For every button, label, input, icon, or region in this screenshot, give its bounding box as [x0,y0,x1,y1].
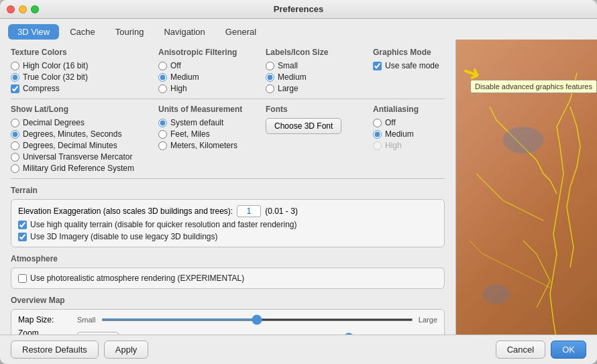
show-lat-long-section: Show Lat/Long Decimal Degrees Degrees, M… [11,105,158,173]
aniso-off-radio[interactable] [158,62,167,70]
atmosphere-checkbox[interactable]: Use photorealistic atmosphere rendering … [18,274,437,283]
content-area: Texture Colors High Color (16 bit) True … [0,40,597,335]
high-quality-terrain[interactable]: Use high quality terrain (disable for qu… [18,220,297,229]
label-medium[interactable]: Medium [266,72,373,82]
aniso-off[interactable]: Off [158,61,266,70]
safe-mode-checkbox[interactable] [373,62,382,70]
units-section: Units of Measurement System default Feet… [158,105,266,173]
units-label: Units of Measurement [158,105,266,114]
tab-navigation[interactable]: Navigation [154,24,214,40]
lat-long-options: Decimal Degrees Degrees, Minutes, Second… [11,118,158,173]
latlong-decimal-radio[interactable] [11,119,19,127]
terrain-section: Elevation Exaggeration (also scales 3D b… [11,199,445,247]
graphics-mode-section: Graphics Mode Use safe mode [373,48,456,93]
units-feet-radio[interactable] [158,130,167,139]
units-options: System default Feet, Miles Meters, Kilom… [158,118,266,150]
tab-3d-view[interactable]: 3D View [8,24,59,40]
map-size-row: Map Size: Small Large [18,315,437,324]
zoom-button[interactable] [31,5,39,13]
label-medium-radio[interactable] [266,73,274,82]
fonts-section: Fonts Choose 3D Font [266,105,373,173]
latlong-dms-radio[interactable] [11,130,19,139]
texture-true-color[interactable]: True Color (32 bit) [11,72,158,82]
latlong-dms[interactable]: Degrees, Minutes, Seconds [11,129,158,139]
map-panel: Disable advanced graphics features ➜ [456,40,597,335]
texture-true-color-radio[interactable] [11,73,19,82]
title-bar: Preferences [0,0,597,19]
labels-size-section: Labels/Icon Size Small Medium Large [266,48,373,93]
bottom-bar: Restore Defaults Apply Cancel OK [0,335,597,364]
atmosphere-input[interactable] [18,274,27,283]
tab-bar: 3D View Cache Touring Navigation General [0,19,597,40]
label-large[interactable]: Large [266,84,373,93]
svg-point-0 [503,127,543,154]
high-quality-terrain-checkbox[interactable] [18,221,27,229]
units-feet[interactable]: Feet, Miles [158,129,266,139]
latlong-utm[interactable]: Universal Transverse Mercator [11,152,158,162]
tab-general[interactable]: General [216,24,266,40]
zoom-relation-label: Zoom Relation: [18,328,72,335]
antialiasing-section: Antialiasing Off Medium High [373,105,456,173]
texture-high-color-radio[interactable] [11,62,19,70]
ok-button[interactable]: OK [551,341,586,359]
divider-1 [11,99,445,99]
top-grid: Texture Colors High Color (16 bit) True … [11,48,445,93]
overview-map-header: Overview Map [11,296,445,305]
aniso-medium-radio[interactable] [158,73,167,82]
latlong-ddm-radio[interactable] [11,141,19,150]
use-3d-imagery-checkbox[interactable] [18,233,27,241]
aa-medium[interactable]: Medium [373,129,456,139]
divider-2 [11,178,445,179]
tab-cache[interactable]: Cache [60,24,105,40]
tab-touring[interactable]: Touring [106,24,154,40]
aa-medium-radio[interactable] [373,130,382,139]
apply-button[interactable]: Apply [104,341,149,359]
latlong-ddm[interactable]: Degrees, Decimal Minutes [11,141,158,150]
units-system-radio[interactable] [158,119,167,127]
aniso-high-radio[interactable] [158,84,167,93]
anisotropic-section: Anisotropic Filtering Off Medium High [158,48,266,93]
latlong-decimal[interactable]: Decimal Degrees [11,118,158,127]
texture-high-color[interactable]: High Color (16 bit) [11,61,158,70]
fonts-content: Choose 3D Font [266,118,373,134]
latlong-utm-radio[interactable] [11,153,19,162]
texture-compress-checkbox[interactable] [11,84,19,93]
map-size-slider[interactable] [101,318,413,321]
graphics-mode-label: Graphics Mode [373,48,456,57]
safe-mode[interactable]: Use safe mode [373,61,456,70]
map-lines [456,40,597,335]
aa-high: High [373,141,456,150]
texture-colors-label: Texture Colors [11,48,158,57]
latlong-mgrs[interactable]: Military Grid Reference System [11,164,158,173]
close-button[interactable] [7,5,15,13]
texture-compress[interactable]: Compress [11,84,158,93]
label-small-radio[interactable] [266,62,274,70]
minimize-button[interactable] [19,5,27,13]
aa-off[interactable]: Off [373,118,456,127]
aniso-medium[interactable]: Medium [158,72,266,82]
graphics-mode-options: Use safe mode [373,61,456,70]
choose-font-button[interactable]: Choose 3D Font [266,118,341,134]
elevation-range: (0.01 - 3) [265,206,298,216]
units-meters-radio[interactable] [158,141,167,150]
large-label: Large [419,316,437,324]
units-meters[interactable]: Meters, Kilometers [158,141,266,150]
latlong-mgrs-radio[interactable] [11,164,19,173]
label-large-radio[interactable] [266,84,274,93]
second-grid: Show Lat/Long Decimal Degrees Degrees, M… [11,105,445,173]
use-3d-imagery[interactable]: Use 3D Imagery (disable to use legacy 3D… [18,232,217,241]
terrain-quality-row: Use high quality terrain (disable for qu… [18,220,437,229]
atmosphere-section: Use photorealistic atmosphere rendering … [11,267,445,289]
preferences-window: Preferences 3D View Cache Touring Naviga… [0,0,597,364]
antialiasing-options: Off Medium High [373,118,456,150]
svg-point-1 [483,284,510,304]
labels-size-label: Labels/Icon Size [266,48,373,57]
restore-defaults-button[interactable]: Restore Defaults [11,341,99,359]
elevation-input[interactable] [237,205,261,217]
units-system[interactable]: System default [158,118,266,127]
map-background: Disable advanced graphics features ➜ [456,40,597,335]
aa-off-radio[interactable] [373,119,382,127]
cancel-button[interactable]: Cancel [496,341,545,359]
label-small[interactable]: Small [266,61,373,70]
aniso-high[interactable]: High [158,84,266,93]
